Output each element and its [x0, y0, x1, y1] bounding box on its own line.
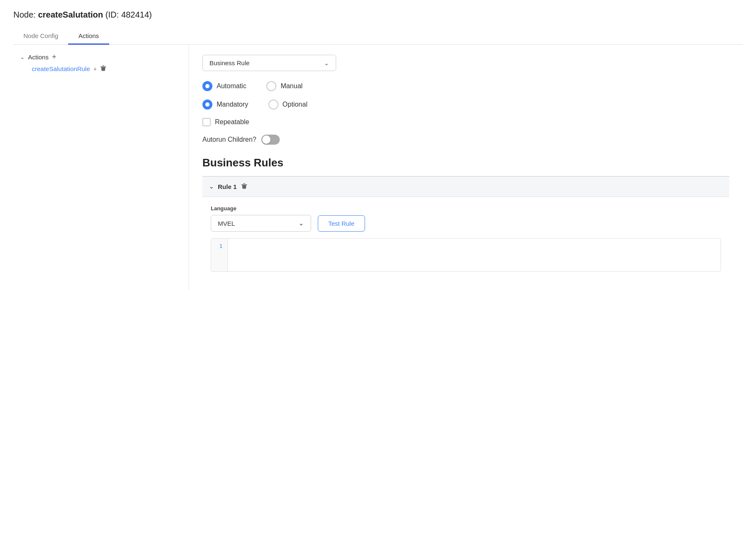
- tab-actions[interactable]: Actions: [68, 28, 109, 45]
- autorun-children-label: Autorun Children?: [202, 136, 256, 143]
- actions-header: ⌄ Actions +: [20, 53, 182, 61]
- repeatable-checkbox-label: Repeatable: [215, 118, 249, 126]
- page-wrapper: Node: createSalutation (ID: 482414) Node…: [0, 0, 756, 300]
- manual-radio-label: Manual: [281, 82, 302, 90]
- rule-1-header: ⌄ Rule 1: [202, 176, 729, 197]
- repeatable-checkbox[interactable]: Repeatable: [202, 118, 729, 126]
- node-title-suffix: (ID: 482414): [103, 10, 152, 19]
- rule-1-delete-button[interactable]: [241, 183, 248, 191]
- optional-radio-circle: [268, 100, 278, 110]
- business-rules-title: Business Rules: [202, 156, 729, 169]
- dropdown-arrow-icon: ⌄: [324, 60, 329, 66]
- action-item-createSalutationRule: createSalutationRule +: [20, 65, 182, 73]
- autorun-children-toggle[interactable]: [261, 135, 280, 145]
- optional-radio-label: Optional: [283, 101, 308, 108]
- language-label: Language: [211, 205, 721, 212]
- language-dropdown-arrow-icon: ⌄: [299, 219, 304, 227]
- rule-1-chevron[interactable]: ⌄: [209, 184, 214, 190]
- node-name: createSalutation: [38, 10, 103, 19]
- optional-radio[interactable]: Optional: [268, 100, 308, 110]
- action-type-dropdown-value: Business Rule: [209, 59, 250, 66]
- node-title-prefix: Node:: [13, 10, 38, 19]
- rule-1-title: Rule 1: [218, 183, 237, 190]
- automatic-radio-circle: [202, 81, 212, 91]
- manual-radio[interactable]: Manual: [266, 81, 302, 91]
- actions-chevron[interactable]: ⌄: [20, 54, 25, 60]
- mandatory-radio[interactable]: Mandatory: [202, 100, 248, 110]
- code-textarea[interactable]: [228, 239, 720, 271]
- repeatable-checkbox-box: [202, 118, 211, 126]
- language-row: MVEL ⌄ Test Rule: [211, 215, 721, 232]
- tab-node-config[interactable]: Node Config: [13, 28, 68, 45]
- left-panel: ⌄ Actions + createSalutationRule +: [13, 45, 189, 290]
- node-title: Node: createSalutation (ID: 482414): [13, 10, 743, 20]
- autorun-children-toggle-row: Autorun Children?: [202, 135, 729, 145]
- actions-header-label: Actions: [28, 54, 49, 61]
- right-panel: Business Rule ⌄ Automatic Manual Mandato: [189, 45, 743, 290]
- svg-rect-3: [243, 184, 245, 184]
- automatic-radio-label: Automatic: [217, 82, 246, 90]
- execution-mode-group: Automatic Manual: [202, 81, 729, 91]
- language-dropdown-value: MVEL: [218, 220, 235, 227]
- language-dropdown[interactable]: MVEL ⌄: [211, 215, 311, 232]
- svg-rect-2: [241, 184, 247, 185]
- mandatory-radio-circle: [202, 100, 212, 110]
- toggle-knob: [262, 135, 271, 144]
- mandatory-radio-label: Mandatory: [217, 101, 248, 108]
- actions-add-button[interactable]: +: [52, 53, 56, 61]
- code-editor: 1: [211, 238, 721, 272]
- action-item-label[interactable]: createSalutationRule: [32, 65, 90, 72]
- requirement-mode-group: Mandatory Optional: [202, 100, 729, 110]
- main-content: ⌄ Actions + createSalutationRule +: [13, 45, 743, 290]
- test-rule-button[interactable]: Test Rule: [318, 215, 365, 232]
- svg-rect-0: [100, 66, 106, 67]
- tabs: Node Config Actions: [13, 28, 743, 45]
- line-number-1: 1: [211, 239, 228, 271]
- action-item-delete-button[interactable]: [100, 65, 107, 73]
- svg-rect-1: [102, 66, 105, 66]
- rule-1-body: Language MVEL ⌄ Test Rule 1: [202, 197, 729, 280]
- manual-radio-circle: [266, 81, 276, 91]
- action-type-dropdown[interactable]: Business Rule ⌄: [202, 55, 336, 71]
- automatic-radio[interactable]: Automatic: [202, 81, 246, 91]
- action-item-add-button[interactable]: +: [93, 66, 97, 72]
